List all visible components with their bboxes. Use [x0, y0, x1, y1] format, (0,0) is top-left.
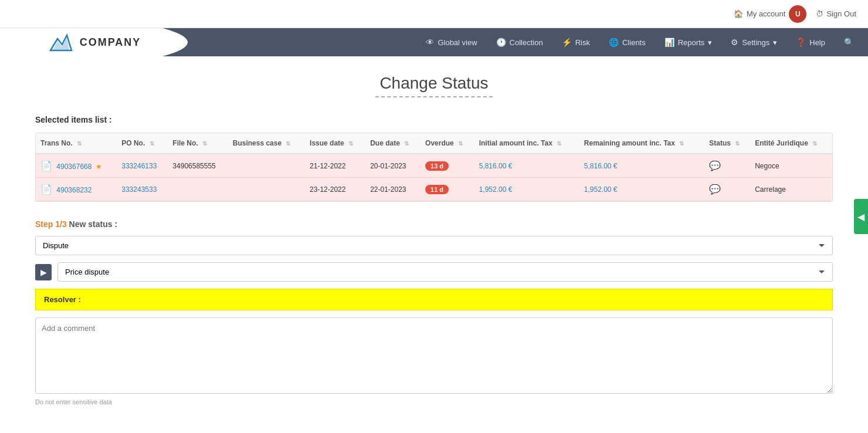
col-file-no[interactable]: File No. ⇅: [168, 133, 228, 154]
table-row: 📄 490368232 333243533 23-12-2022 22-01-2…: [36, 178, 832, 201]
col-due-date[interactable]: Due date ⇅: [365, 133, 421, 154]
settings-dropdown-icon: ▾: [773, 38, 777, 47]
trans-link[interactable]: 490367668: [56, 163, 91, 171]
title-underline: [375, 96, 493, 97]
comment-textarea[interactable]: [35, 317, 833, 394]
overdue-badge: 11 d: [425, 185, 449, 194]
account-section[interactable]: 🏠 My account U: [734, 5, 806, 23]
nav-global-view[interactable]: 👁 Global view: [418, 28, 485, 56]
trans-link[interactable]: 490368232: [56, 186, 91, 194]
logo-area: COMPANY: [0, 28, 188, 56]
cell-file-no: 34906585555: [168, 154, 228, 178]
clock-icon: ⏱: [816, 9, 823, 18]
cell-overdue: 11 d: [421, 178, 474, 201]
cell-issue-date: 23-12-2022: [305, 178, 365, 201]
signout-label: Sign Out: [826, 9, 856, 18]
sub-status-dropdown[interactable]: Price dispute Quantity dispute Quality d…: [57, 262, 833, 282]
resolver-bar: Resolver :: [35, 289, 833, 310]
cell-entity: Negoce: [750, 154, 832, 178]
toggle-arrow-icon: ◀: [857, 211, 864, 222]
table-row: 📄 490367668 ★ 333246133 34906585555 21-1…: [36, 154, 832, 178]
avatar: U: [789, 5, 806, 23]
home-icon: 🏠: [734, 9, 743, 18]
star-icon: ★: [96, 163, 102, 171]
globe-icon: 🌐: [609, 38, 619, 47]
cell-file-no: [168, 178, 228, 201]
cell-trans-no: 📄 490367668 ★: [36, 154, 117, 178]
col-po-no[interactable]: PO No. ⇅: [117, 133, 168, 154]
status-dropdown[interactable]: Dispute Paid Pending In Progress: [35, 236, 833, 255]
cell-entity: Carrelage: [750, 178, 832, 201]
table-body: 📄 490367668 ★ 333246133 34906585555 21-1…: [36, 154, 832, 201]
logo-container: COMPANY: [47, 31, 141, 54]
comment-hint: Do not enter sensitive data: [35, 398, 833, 405]
lightning-icon: ⚡: [562, 38, 572, 47]
logo-icon: [47, 31, 75, 54]
col-trans-no[interactable]: Trans No. ⇅: [36, 133, 117, 154]
clock-icon: 🕐: [496, 38, 506, 47]
step-description: New status :: [69, 219, 117, 229]
nav-collection[interactable]: 🕐 Collection: [488, 28, 551, 56]
cell-due-date: 22-01-2023: [365, 178, 421, 201]
items-table: Trans No. ⇅ PO No. ⇅ File No. ⇅ Business…: [36, 133, 832, 201]
pdf-icon: 📄: [40, 184, 52, 194]
col-entity[interactable]: Entité Juridique ⇅: [750, 133, 832, 154]
step-section: Step 1/3 New status : Dispute Paid Pendi…: [35, 219, 833, 405]
main-content: Change Status Selected items list : Tran…: [0, 56, 868, 433]
col-status[interactable]: Status ⇅: [704, 133, 750, 154]
sub-select-row: ▶ Price dispute Quantity dispute Quality…: [35, 262, 833, 282]
col-business-case[interactable]: Business case ⇅: [228, 133, 305, 154]
cell-trans-no: 📄 490368232: [36, 178, 117, 201]
cell-status: 💬: [704, 154, 750, 178]
page-title: Change Status: [35, 74, 833, 93]
overdue-badge: 13 d: [425, 161, 449, 171]
main-nav: 👁 Global view 🕐 Collection ⚡ Risk 🌐 Clie…: [188, 28, 868, 56]
chart-icon: 📊: [664, 38, 674, 47]
nav-risk[interactable]: ⚡ Risk: [554, 28, 598, 56]
cell-issue-date: 21-12-2022: [305, 154, 365, 178]
search-icon: 🔍: [844, 38, 854, 47]
nav-search[interactable]: 🔍: [836, 28, 862, 56]
header: COMPANY 👁 Global view 🕐 Collection ⚡ Ris…: [0, 28, 868, 56]
cell-due-date: 20-01-2023: [365, 154, 421, 178]
reports-dropdown-icon: ▾: [708, 38, 712, 47]
cell-po-no: 333246133: [117, 154, 168, 178]
eye-icon: 👁: [426, 38, 434, 47]
chevron-button[interactable]: ▶: [35, 264, 52, 280]
cell-initial-amount: 5,816.00 €: [474, 154, 579, 178]
topbar: 🏠 My account U ⏱ Sign Out: [0, 0, 868, 28]
sidebar-toggle[interactable]: ◀: [854, 199, 868, 234]
company-name: COMPANY: [80, 36, 141, 49]
section-label: Selected items list :: [35, 115, 833, 124]
po-link[interactable]: 333246133: [121, 162, 157, 170]
nav-reports[interactable]: 📊 Reports ▾: [656, 28, 721, 56]
resolver-label: Resolver :: [44, 295, 81, 304]
cell-business-case: [228, 178, 305, 201]
account-label: My account: [747, 9, 785, 18]
cell-business-case: [228, 154, 305, 178]
pdf-icon: 📄: [40, 161, 52, 171]
nav-clients[interactable]: 🌐 Clients: [601, 28, 654, 56]
cell-status: 💬: [704, 178, 750, 201]
col-overdue[interactable]: Overdue ⇅: [421, 133, 474, 154]
cell-remaining-amount: 1,952.00 €: [579, 178, 705, 201]
gear-icon: ⚙: [731, 38, 738, 47]
po-link[interactable]: 333243533: [121, 185, 157, 194]
cell-remaining-amount: 5,816.00 €: [579, 154, 705, 178]
topbar-right: 🏠 My account U ⏱ Sign Out: [734, 5, 856, 23]
items-table-wrapper: Trans No. ⇅ PO No. ⇅ File No. ⇅ Business…: [35, 133, 833, 202]
help-icon: ❓: [796, 38, 806, 47]
cell-po-no: 333243533: [117, 178, 168, 201]
nav-settings[interactable]: ⚙ Settings ▾: [723, 28, 785, 56]
cell-overdue: 13 d: [421, 154, 474, 178]
signout-section[interactable]: ⏱ Sign Out: [816, 9, 856, 18]
cell-initial-amount: 1,952.00 €: [474, 178, 579, 201]
nav-help[interactable]: ❓ Help: [788, 28, 833, 56]
step-label: Step 1/3 New status :: [35, 219, 833, 229]
status-icon: 💬: [709, 161, 721, 171]
status-icon: 💬: [709, 184, 721, 194]
step-number: Step 1/3: [35, 219, 67, 229]
col-initial-amount[interactable]: Initial amount inc. Tax ⇅: [474, 133, 579, 154]
col-issue-date[interactable]: Issue date ⇅: [305, 133, 365, 154]
col-remaining-amount[interactable]: Remaining amount inc. Tax ⇅: [579, 133, 705, 154]
